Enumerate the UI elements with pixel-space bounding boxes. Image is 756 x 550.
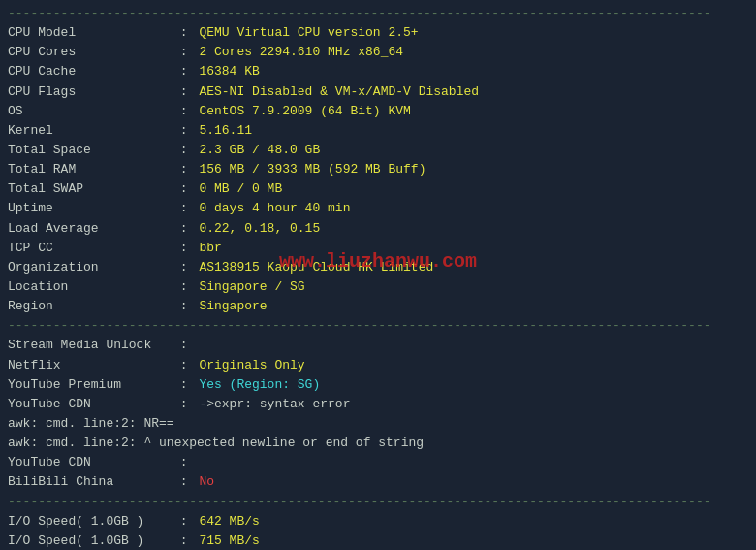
netflix-key: Netflix — [8, 356, 173, 375]
sys-row: Kernel : 5.16.11 — [8, 121, 748, 141]
stream-media-row: Stream Media Unlock : — [8, 336, 748, 355]
sys-row-val: 0 days 4 hour 40 min — [199, 199, 350, 218]
sys-row: Region : Singapore — [8, 297, 748, 316]
io-row-val: 715 MB/s — [199, 532, 259, 550]
sys-row: TCP CC : bbr — [8, 239, 748, 258]
sys-row-val: 5.16.11 — [199, 121, 252, 141]
sys-row: Load Average : 0.22, 0.18, 0.15 — [8, 219, 748, 239]
sys-row: CPU Flags : AES-NI Disabled & VM-x/AMD-V… — [8, 82, 748, 102]
sys-row-val: Singapore — [199, 297, 267, 316]
io-row-val: 642 MB/s — [199, 512, 259, 532]
bilibili-row: BiliBili China : No — [8, 472, 748, 492]
sys-row-key: Total Space — [8, 141, 173, 160]
sys-row: OS : CentOS 7.9.2009 (64 Bit) KVM — [8, 102, 748, 121]
youtube-premium-val: Yes (Region: SG) — [199, 375, 320, 395]
youtube-cdn-key: YouTube CDN — [8, 395, 173, 414]
divider-media: ----------------------------------------… — [8, 316, 748, 336]
youtube-cdn-row: YouTube CDN : ->expr: syntax error — [8, 395, 748, 414]
sys-row-val: 2.3 GB / 48.0 GB — [199, 141, 320, 160]
sys-row: CPU Cores : 2 Cores 2294.610 MHz x86_64 — [8, 43, 748, 62]
sys-row-key: CPU Cores — [8, 43, 173, 62]
sys-row-val: AS138915 Kaopu Cloud HK Limited — [199, 258, 433, 277]
sys-row-key: Uptime — [8, 199, 173, 218]
netflix-row: Netflix : Originals Only — [8, 356, 748, 375]
sys-row-key: CPU Cache — [8, 62, 173, 81]
io-row: I/O Speed( 1.0GB ) : 642 MB/s — [8, 512, 748, 532]
io-row-key: I/O Speed( 1.0GB ) — [8, 512, 173, 532]
sys-row: CPU Cache : 16384 KB — [8, 62, 748, 81]
sys-row-key: CPU Flags — [8, 82, 173, 102]
sys-row: Total SWAP : 0 MB / 0 MB — [8, 179, 748, 199]
divider-io: ----------------------------------------… — [8, 493, 748, 512]
system-info-section: CPU Model : QEMU Virtual CPU version 2.5… — [8, 23, 748, 316]
sys-row-key: OS — [8, 102, 173, 121]
sys-row-val: 0.22, 0.18, 0.15 — [199, 219, 320, 239]
sys-row-key: Total SWAP — [8, 179, 173, 199]
awk-line2: awk: cmd. line:2: ^ unexpected newline o… — [8, 434, 748, 453]
bilibili-key: BiliBili China — [8, 472, 173, 492]
youtube-cdn-val: ->expr: syntax error — [199, 395, 350, 414]
sys-row-val: 16384 KB — [199, 62, 259, 81]
sys-row: Location : Singapore / SG — [8, 277, 748, 297]
sys-row: Organization : AS138915 Kaopu Cloud HK L… — [8, 258, 748, 277]
sys-row-val: 156 MB / 3933 MB (592 MB Buff) — [199, 160, 425, 179]
sys-row-val: 0 MB / 0 MB — [199, 179, 282, 199]
stream-media-label: Stream Media Unlock — [8, 336, 173, 355]
io-row: I/O Speed( 1.0GB ) : 715 MB/s — [8, 532, 748, 550]
sys-row-key: CPU Model — [8, 23, 173, 43]
sys-row-key: Organization — [8, 258, 173, 277]
sys-row-key: Total RAM — [8, 160, 173, 179]
sys-row-val: AES-NI Disabled & VM-x/AMD-V Disabled — [199, 82, 479, 102]
sys-row-key: Kernel — [8, 121, 173, 141]
sys-row: Uptime : 0 days 4 hour 40 min — [8, 199, 748, 218]
sys-row: Total RAM : 156 MB / 3933 MB (592 MB Buf… — [8, 160, 748, 179]
terminal-output: ----------------------------------------… — [8, 4, 748, 550]
youtube-cdn2-row: YouTube CDN : — [8, 453, 748, 472]
sys-row: Total Space : 2.3 GB / 48.0 GB — [8, 141, 748, 160]
awk-line1: awk: cmd. line:2: NR== — [8, 414, 748, 434]
sys-row-val: bbr — [199, 239, 221, 258]
sys-row-val: CentOS 7.9.2009 (64 Bit) KVM — [199, 102, 410, 121]
youtube-premium-key: YouTube Premium — [8, 375, 173, 395]
stream-media-colon: : — [173, 336, 195, 355]
bilibili-val: No — [199, 472, 214, 492]
sys-row-val: Singapore / SG — [199, 277, 304, 297]
sys-row-key: Region — [8, 297, 173, 316]
divider-top: ----------------------------------------… — [8, 4, 748, 23]
sys-row-key: Load Average — [8, 219, 173, 239]
sys-row-val: QEMU Virtual CPU version 2.5+ — [199, 23, 418, 43]
sys-row-val: 2 Cores 2294.610 MHz x86_64 — [199, 43, 403, 62]
netflix-val: Originals Only — [199, 356, 304, 375]
sys-row-key: Location — [8, 277, 173, 297]
io-section: I/O Speed( 1.0GB ) : 642 MB/sI/O Speed( … — [8, 512, 748, 550]
youtube-premium-row: YouTube Premium : Yes (Region: SG) — [8, 375, 748, 395]
youtube-cdn2-key: YouTube CDN — [8, 453, 173, 472]
sys-row: CPU Model : QEMU Virtual CPU version 2.5… — [8, 23, 748, 43]
io-row-key: I/O Speed( 1.0GB ) — [8, 532, 173, 550]
sys-row-key: TCP CC — [8, 239, 173, 258]
